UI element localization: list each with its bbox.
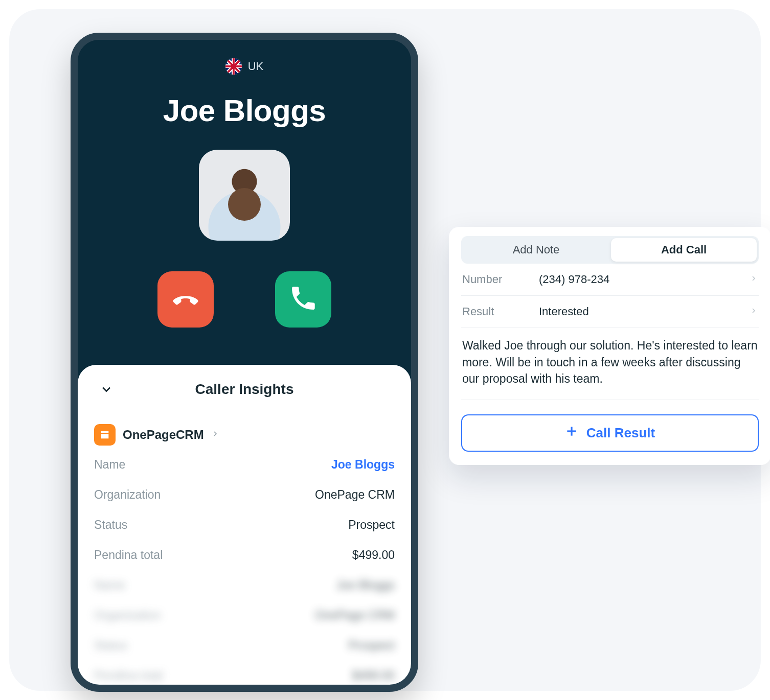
incoming-call-phone-mock: UK Joe Bloggs — [71, 33, 418, 692]
country-code: UK — [248, 60, 264, 73]
result-label: Result — [462, 305, 539, 318]
plus-icon — [565, 425, 578, 441]
insights-field-key: Organization — [94, 609, 161, 622]
insights-field-row: StatusProspect — [91, 510, 398, 540]
chevron-right-icon — [750, 274, 758, 285]
number-field[interactable]: Number (234) 978-234 — [461, 264, 759, 296]
insights-field-value: OnePage CRM — [315, 609, 395, 622]
call-screen: UK Joe Bloggs — [78, 40, 411, 367]
uk-flag-icon — [225, 58, 242, 75]
tab-add-call[interactable]: Add Call — [611, 238, 757, 262]
caller-insights-sheet: Caller Insights OnePageCRM NameJoe Blogg… — [78, 365, 411, 685]
insights-field-value: $499.00 — [352, 669, 395, 683]
call-result-button-label: Call Result — [586, 425, 655, 441]
segmented-tabs: Add Note Add Call — [461, 236, 759, 264]
insights-field-key: Status — [94, 518, 127, 532]
call-result-button[interactable]: Call Result — [461, 414, 759, 452]
insights-source-name: OnePageCRM — [123, 428, 204, 442]
phone-hangup-icon — [171, 284, 200, 315]
caller-avatar — [199, 150, 290, 241]
caller-name: Joe Bloggs — [78, 93, 411, 128]
insights-field-key: Organization — [94, 488, 161, 502]
insights-field-key: Pendina total — [94, 548, 163, 562]
insights-field-row: OrganizationOnePage CRM — [91, 480, 398, 510]
insights-field-row: NameJoe Bloggs — [91, 570, 398, 600]
insights-field-value[interactable]: Joe Bloggs — [331, 458, 395, 472]
chevron-down-icon — [99, 382, 114, 396]
insights-field-row: NameJoe Bloggs — [91, 450, 398, 480]
insights-field-list-extra: NameJoe BloggsOrganizationOnePage CRMSta… — [91, 570, 398, 691]
result-field[interactable]: Result Interested — [461, 296, 759, 328]
log-call-popover: Add Note Add Call Number (234) 978-234 R… — [449, 227, 770, 465]
insights-field-row: OrganizationOnePage CRM — [91, 600, 398, 631]
insights-field-value: Joe Bloggs — [336, 578, 395, 592]
insights-field-key: Status — [94, 639, 127, 652]
insights-field-row: Pendina total$499.00 — [91, 661, 398, 691]
insights-field-value: OnePage CRM — [315, 488, 395, 502]
insights-field-key: Name — [94, 578, 125, 592]
insights-field-value: Prospect — [348, 518, 395, 532]
sheet-title: Caller Insights — [195, 381, 294, 398]
tab-add-note[interactable]: Add Note — [463, 238, 609, 262]
accept-call-button[interactable] — [275, 271, 331, 328]
insights-field-list: NameJoe BloggsOrganizationOnePage CRMSta… — [91, 450, 398, 570]
insights-field-key: Pendina total — [94, 669, 163, 683]
insights-field-key: Name — [94, 458, 125, 472]
result-value: Interested — [539, 305, 750, 318]
call-note-text[interactable]: Walked Joe through our solution. He's in… — [461, 328, 759, 400]
insights-field-value: $499.00 — [352, 548, 395, 562]
chevron-right-icon — [211, 430, 219, 440]
insights-field-row: Pendina total$499.00 — [91, 540, 398, 570]
number-value: (234) 978-234 — [539, 273, 750, 286]
collapse-sheet-button[interactable] — [99, 382, 114, 399]
insights-source-row[interactable]: OnePageCRM — [91, 409, 398, 450]
insights-field-value: Prospect — [348, 639, 395, 652]
number-label: Number — [462, 273, 539, 286]
decline-call-button[interactable] — [157, 271, 214, 328]
caller-country: UK — [78, 58, 411, 75]
insights-field-row: StatusProspect — [91, 631, 398, 661]
onepagecrm-logo-icon — [94, 424, 116, 446]
phone-icon — [288, 284, 318, 315]
chevron-right-icon — [750, 307, 758, 317]
